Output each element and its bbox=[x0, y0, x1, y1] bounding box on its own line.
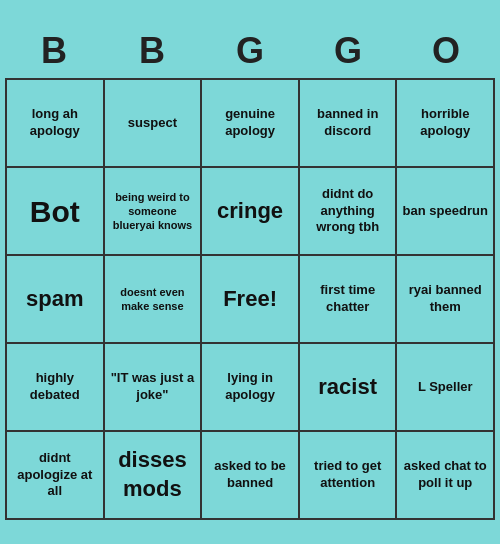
cell-r0-c0[interactable]: long ah apology bbox=[6, 79, 104, 167]
header-b2: B bbox=[103, 24, 201, 78]
cell-r2-c1[interactable]: doesnt even make sense bbox=[104, 255, 202, 343]
cell-r0-c1[interactable]: suspect bbox=[104, 79, 202, 167]
cell-r2-c0[interactable]: spam bbox=[6, 255, 104, 343]
cell-r3-c2[interactable]: lying in apology bbox=[201, 343, 299, 431]
cell-r3-c0[interactable]: highly debated bbox=[6, 343, 104, 431]
bingo-grid: long ah apologysuspectgenuine apologyban… bbox=[5, 78, 495, 520]
cell-r4-c3[interactable]: tried to get attention bbox=[299, 431, 397, 519]
header-g2: G bbox=[299, 24, 397, 78]
cell-r0-c3[interactable]: banned in discord bbox=[299, 79, 397, 167]
cell-r4-c4[interactable]: asked chat to poll it up bbox=[396, 431, 494, 519]
cell-r3-c1[interactable]: "IT was just a joke" bbox=[104, 343, 202, 431]
cell-r4-c0[interactable]: didnt apologize at all bbox=[6, 431, 104, 519]
cell-r0-c4[interactable]: horrible apology bbox=[396, 79, 494, 167]
cell-r1-c3[interactable]: didnt do anything wrong tbh bbox=[299, 167, 397, 255]
header-b1: B bbox=[5, 24, 103, 78]
cell-r0-c2[interactable]: genuine apology bbox=[201, 79, 299, 167]
cell-r2-c2[interactable]: Free! bbox=[201, 255, 299, 343]
cell-r1-c0[interactable]: Bot bbox=[6, 167, 104, 255]
cell-r1-c1[interactable]: being weird to someone blueryai knows bbox=[104, 167, 202, 255]
bingo-header: B B G G O bbox=[5, 24, 495, 78]
cell-r1-c2[interactable]: cringe bbox=[201, 167, 299, 255]
cell-r1-c4[interactable]: ban speedrun bbox=[396, 167, 494, 255]
header-g1: G bbox=[201, 24, 299, 78]
cell-r4-c2[interactable]: asked to be banned bbox=[201, 431, 299, 519]
cell-r2-c4[interactable]: ryai banned them bbox=[396, 255, 494, 343]
cell-r3-c4[interactable]: L Speller bbox=[396, 343, 494, 431]
header-o: O bbox=[397, 24, 495, 78]
cell-r3-c3[interactable]: racist bbox=[299, 343, 397, 431]
cell-r2-c3[interactable]: first time chatter bbox=[299, 255, 397, 343]
cell-r4-c1[interactable]: disses mods bbox=[104, 431, 202, 519]
